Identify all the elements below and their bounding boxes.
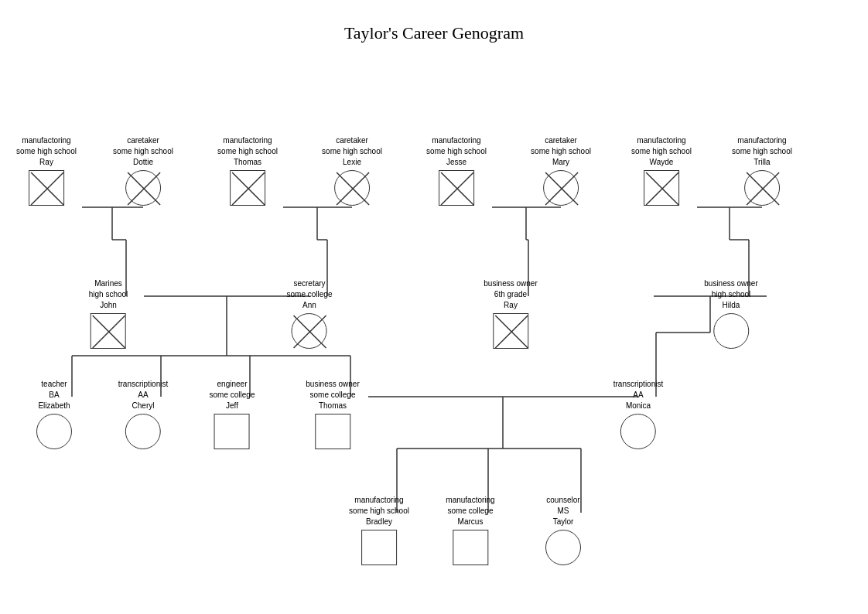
node-shape-thomas2	[315, 414, 350, 449]
node-label-ann: secretary some college Ann	[287, 278, 333, 311]
node-taylor: counselor MS Taylor	[545, 495, 581, 565]
node-shape-wayde	[644, 170, 679, 206]
node-thomas1: manufactoring some high school Thomas	[217, 135, 278, 206]
node-label-ray1: manufactoring some high school Ray	[16, 135, 77, 168]
node-label-thomas2: business owner some college Thomas	[306, 379, 359, 411]
node-monica: transcriptionist AA Monica	[613, 379, 663, 449]
node-label-jesse: manufactoring some high school Jesse	[426, 135, 487, 168]
node-shape-cheryl	[125, 414, 161, 449]
node-ray2: business owner 6th grade Ray	[484, 278, 537, 349]
node-label-bradley: manufactoring some high school Bradley	[349, 495, 409, 527]
node-label-lexie: caretaker some high school Lexie	[322, 135, 382, 168]
node-bradley: manufactoring some high school Bradley	[349, 495, 409, 565]
node-dottie: caretaker some high school Dottie	[113, 135, 173, 206]
node-shape-bradley	[361, 530, 397, 565]
node-label-jeff: engineer some college Jeff	[210, 379, 255, 411]
node-marcus: manufactoring some college Marcus	[446, 495, 494, 565]
node-ray1: manufactoring some high school Ray	[16, 135, 77, 206]
node-wayde: manufactoring some high school Wayde	[631, 135, 692, 206]
node-label-dottie: caretaker some high school Dottie	[113, 135, 173, 168]
node-thomas2: business owner some college Thomas	[306, 379, 359, 449]
node-label-john: Marines high school John	[89, 278, 128, 311]
node-mary: caretaker some high school Mary	[531, 135, 591, 206]
node-hilda: business owner high school Hilda	[704, 278, 757, 349]
node-cheryl: transcriptionist AA Cheryl	[118, 379, 168, 449]
node-shape-lexie	[334, 170, 370, 206]
node-label-hilda: business owner high school Hilda	[704, 278, 757, 311]
node-shape-hilda	[713, 313, 749, 349]
node-jeff: engineer some college Jeff	[210, 379, 255, 449]
node-label-mary: caretaker some high school Mary	[531, 135, 591, 168]
node-shape-thomas1	[230, 170, 265, 206]
node-label-thomas1: manufactoring some high school Thomas	[217, 135, 278, 168]
node-elizabeth: teacher BA Elizabeth	[36, 379, 72, 449]
node-shape-marcus	[453, 530, 488, 565]
node-label-monica: transcriptionist AA Monica	[613, 379, 663, 411]
node-shape-jeff	[214, 414, 250, 449]
node-shape-mary	[543, 170, 579, 206]
node-jesse: manufactoring some high school Jesse	[426, 135, 487, 206]
node-shape-elizabeth	[36, 414, 72, 449]
node-shape-trilla	[744, 170, 780, 206]
node-label-taylor: counselor MS Taylor	[546, 495, 579, 527]
node-shape-jesse	[439, 170, 474, 206]
node-lexie: caretaker some high school Lexie	[322, 135, 382, 206]
node-label-wayde: manufactoring some high school Wayde	[631, 135, 692, 168]
node-shape-ann	[292, 313, 327, 349]
node-shape-monica	[620, 414, 656, 449]
node-shape-ray2	[493, 313, 528, 349]
node-label-elizabeth: teacher BA Elizabeth	[38, 379, 70, 411]
node-ann: secretary some college Ann	[287, 278, 333, 349]
node-shape-taylor	[545, 530, 581, 565]
node-label-marcus: manufactoring some college Marcus	[446, 495, 494, 527]
node-trilla: manufactoring some high school Trilla	[732, 135, 792, 206]
genogram-diagram: Taylor's Career Genogram	[0, 0, 868, 614]
page-title: Taylor's Career Genogram	[0, 0, 868, 43]
node-label-trilla: manufactoring some high school Trilla	[732, 135, 792, 168]
node-shape-john	[91, 313, 126, 349]
node-label-ray2: business owner 6th grade Ray	[484, 278, 537, 311]
node-john: Marines high school John	[89, 278, 128, 349]
node-shape-ray1	[29, 170, 64, 206]
node-label-cheryl: transcriptionist AA Cheryl	[118, 379, 168, 411]
node-shape-dottie	[125, 170, 161, 206]
